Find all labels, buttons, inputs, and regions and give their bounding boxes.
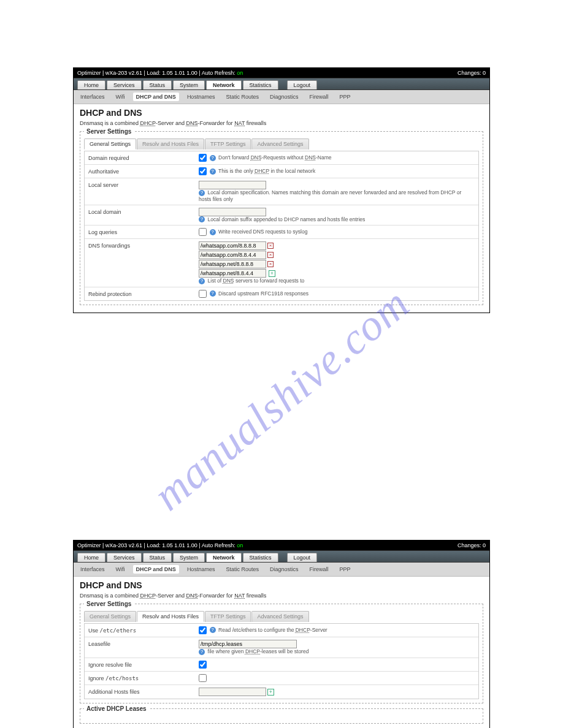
help-icon[interactable]: ? xyxy=(199,649,205,655)
subtab-firewall[interactable]: Firewall xyxy=(306,565,331,574)
delete-icon[interactable]: × xyxy=(267,252,274,258)
dns-forwardings-label: DNS forwardings xyxy=(88,241,199,249)
ignore-hosts-checkbox[interactable] xyxy=(199,674,207,682)
delete-icon[interactable]: × xyxy=(267,243,274,249)
help-icon[interactable]: ? xyxy=(210,169,216,175)
leasefile-label: Leasefile xyxy=(88,640,199,647)
rebind-protection-label: Rebind protection xyxy=(88,290,199,297)
use-ethers-checkbox[interactable] xyxy=(199,626,207,634)
dns-fwd-input-3[interactable] xyxy=(199,269,266,278)
subtab-ppp[interactable]: PPP xyxy=(336,93,353,101)
rebind-protection-checkbox[interactable] xyxy=(199,290,207,298)
screenshot-2: Optimizer | wXa-203 v2.61 | Load: 1.05 1… xyxy=(73,540,490,728)
tab-home[interactable]: Home xyxy=(77,553,105,562)
log-queries-checkbox[interactable] xyxy=(199,228,207,236)
sub-tab-row: Interfaces Wifi DHCP and DNS Hostnames S… xyxy=(74,563,489,577)
local-server-hint: Local domain specification. Names matchi… xyxy=(199,189,461,202)
tab-logout[interactable]: Logout xyxy=(287,80,318,89)
itab-advanced-settings[interactable]: Advanced Settings xyxy=(251,138,308,150)
page-title: DHCP and DNS xyxy=(80,108,483,118)
ignore-resolve-label: Ignore resolve file xyxy=(88,661,199,668)
local-domain-label: Local domain xyxy=(88,208,199,215)
subtab-interfaces[interactable]: Interfaces xyxy=(77,93,108,101)
dns-fwd-input-0[interactable] xyxy=(199,241,266,250)
use-ethers-label: Use /etc/ethers xyxy=(88,626,199,634)
domain-required-checkbox[interactable] xyxy=(199,154,207,162)
server-settings-legend: Server Settings xyxy=(84,601,134,607)
subtab-hostnames[interactable]: Hostnames xyxy=(184,93,218,101)
dns-fwd-input-2[interactable] xyxy=(199,260,266,268)
log-queries-label: Log queries xyxy=(88,228,199,235)
tab-home[interactable]: Home xyxy=(77,80,105,89)
domain-required-label: Domain required xyxy=(88,154,199,161)
tab-network[interactable]: Network xyxy=(206,80,242,89)
itab-resolv-hosts[interactable]: Resolv and Hosts Files xyxy=(137,611,204,622)
local-server-label: Local server xyxy=(88,181,199,188)
screenshot-1: Optimizer | wXa-203 v2.61 | Load: 1.05 1… xyxy=(73,67,490,313)
subtab-diagnostics[interactable]: Diagnostics xyxy=(267,93,302,101)
help-icon[interactable]: ? xyxy=(199,216,205,222)
subtab-static-routes[interactable]: Static Routes xyxy=(223,565,262,574)
tab-services[interactable]: Services xyxy=(107,553,142,562)
dns-fwd-input-1[interactable] xyxy=(199,251,266,259)
add-icon[interactable]: + xyxy=(269,270,275,277)
ignore-resolve-checkbox[interactable] xyxy=(199,661,207,669)
tab-system[interactable]: System xyxy=(173,553,205,562)
subtab-static-routes[interactable]: Static Routes xyxy=(223,93,262,101)
tab-status[interactable]: Status xyxy=(143,80,172,89)
help-icon[interactable]: ? xyxy=(199,278,205,284)
subtab-dhcp-dns[interactable]: DHCP and DNS xyxy=(133,93,179,101)
subtab-dhcp-dns[interactable]: DHCP and DNS xyxy=(133,565,179,574)
active-dhcp-leases-legend: Active DHCP Leases xyxy=(84,705,149,712)
tab-services[interactable]: Services xyxy=(107,80,142,89)
main-tab-row: Home Services Status System Network Stat… xyxy=(77,80,486,89)
ignore-hosts-label: Ignore /etc/hosts xyxy=(88,674,199,681)
changes-count: Changes: 0 xyxy=(458,542,486,548)
itab-tftp-settings[interactable]: TFTP Settings xyxy=(205,138,251,150)
tab-logout[interactable]: Logout xyxy=(287,553,318,562)
delete-icon[interactable]: × xyxy=(267,261,274,267)
tab-network[interactable]: Network xyxy=(206,553,242,562)
help-icon[interactable]: ? xyxy=(210,290,216,297)
local-domain-hint: Local domain suffix appended to DHCP nam… xyxy=(208,216,366,222)
main-tab-row: Home Services Status System Network Stat… xyxy=(77,553,486,562)
subtab-hostnames[interactable]: Hostnames xyxy=(184,565,218,574)
itab-general-settings[interactable]: General Settings xyxy=(84,138,136,150)
tab-statistics[interactable]: Statistics xyxy=(243,80,278,89)
itab-resolv-hosts[interactable]: Resolv and Hosts Files xyxy=(137,138,204,150)
authoritative-checkbox[interactable] xyxy=(199,167,207,175)
tab-system[interactable]: System xyxy=(173,80,205,89)
itab-advanced-settings[interactable]: Advanced Settings xyxy=(251,611,308,622)
subtab-firewall[interactable]: Firewall xyxy=(306,93,331,101)
subtab-wifi[interactable]: Wifi xyxy=(113,93,128,101)
add-icon[interactable]: + xyxy=(267,689,274,696)
page-title: DHCP and DNS xyxy=(80,580,483,590)
itab-general-settings[interactable]: General Settings xyxy=(84,611,136,622)
page-description: Dnsmasq is a combined DHCP-Server and DN… xyxy=(80,120,483,126)
log-queries-hint: Write received DNS requests to syslog xyxy=(218,229,307,235)
subtab-ppp[interactable]: PPP xyxy=(336,565,353,574)
itab-tftp-settings[interactable]: TFTP Settings xyxy=(205,611,251,622)
local-domain-input[interactable] xyxy=(199,208,266,216)
top-status-bar: Optimizer | wXa-203 v2.61 | Load: 1.05 1… xyxy=(74,68,489,78)
help-icon[interactable]: ? xyxy=(210,627,216,633)
help-icon[interactable]: ? xyxy=(210,229,216,235)
topbar-left: Optimizer | wXa-203 v2.61 | Load: 1.05 1… xyxy=(77,70,237,76)
tab-status[interactable]: Status xyxy=(143,553,172,562)
tab-statistics[interactable]: Statistics xyxy=(243,553,278,562)
authoritative-label: Authoritative xyxy=(88,167,199,175)
help-icon[interactable]: ? xyxy=(210,155,216,161)
changes-count: Changes: 0 xyxy=(458,70,486,76)
leasefile-input[interactable] xyxy=(199,640,297,648)
sub-tab-row: Interfaces Wifi DHCP and DNS Hostnames S… xyxy=(74,90,489,104)
subtab-diagnostics[interactable]: Diagnostics xyxy=(267,565,302,574)
server-settings-legend: Server Settings xyxy=(84,128,134,135)
additional-hosts-input[interactable] xyxy=(199,688,266,696)
additional-hosts-label: Additional Hosts files xyxy=(88,688,199,695)
rebind-hint: Discard upstream RFC1918 responses xyxy=(218,290,308,297)
subtab-interfaces[interactable]: Interfaces xyxy=(77,565,108,574)
help-icon[interactable]: ? xyxy=(199,190,205,196)
page-description: Dnsmasq is a combined DHCP-Server and DN… xyxy=(80,593,483,599)
subtab-wifi[interactable]: Wifi xyxy=(113,565,128,574)
local-server-input[interactable] xyxy=(199,181,266,189)
